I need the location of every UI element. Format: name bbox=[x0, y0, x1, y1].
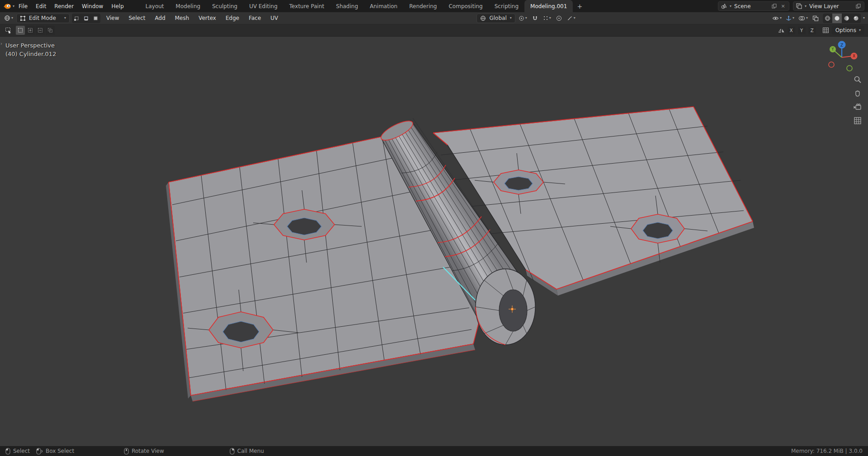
blender-logo-icon[interactable] bbox=[3, 2, 12, 11]
tab-compositing[interactable]: Compositing bbox=[443, 0, 488, 12]
solid-sphere-icon bbox=[834, 15, 840, 21]
tab-scripting[interactable]: Scripting bbox=[489, 0, 524, 12]
shading-settings-chevron-icon[interactable]: ▾ bbox=[863, 16, 865, 20]
shading-solid-button[interactable] bbox=[832, 14, 842, 23]
shading-rendered-button[interactable] bbox=[851, 14, 861, 23]
new-view-layer-icon[interactable] bbox=[855, 3, 861, 9]
menu-render[interactable]: Render bbox=[50, 1, 78, 11]
vertex-select-icon bbox=[74, 15, 80, 21]
menu-mesh[interactable]: Mesh bbox=[171, 13, 193, 23]
chevron-down-icon: ▾ bbox=[806, 16, 808, 20]
overlays-icon bbox=[798, 15, 805, 21]
menu-vertex[interactable]: Vertex bbox=[195, 13, 220, 23]
shading-material-button[interactable] bbox=[842, 14, 851, 23]
menu-face[interactable]: Face bbox=[245, 13, 264, 23]
scene-name[interactable]: Scene bbox=[734, 3, 768, 9]
tool-options-dropdown[interactable]: Options ▾ bbox=[832, 26, 864, 35]
proportional-falloff-button[interactable]: ▾ bbox=[566, 14, 576, 23]
mirror-z-button[interactable]: Z bbox=[808, 27, 816, 34]
select-subtract-button[interactable] bbox=[36, 26, 45, 35]
view-layer-name[interactable]: View Layer bbox=[809, 3, 852, 9]
tab-animation[interactable]: Animation bbox=[364, 0, 403, 12]
menu-uv[interactable]: UV bbox=[267, 13, 282, 23]
show-gizmo-button[interactable]: ▾ bbox=[785, 14, 795, 23]
viewport-canvas[interactable] bbox=[0, 37, 868, 446]
menu-edit[interactable]: Edit bbox=[32, 1, 50, 11]
menu-help[interactable]: Help bbox=[107, 1, 127, 11]
shading-wireframe-button[interactable] bbox=[823, 14, 832, 23]
gizmo-axis-y[interactable]: Y bbox=[830, 46, 836, 52]
tab-modeling[interactable]: Modeling bbox=[170, 0, 207, 12]
tab-layout[interactable]: Layout bbox=[140, 0, 170, 12]
tab-shading[interactable]: Shading bbox=[330, 0, 364, 12]
select-set-button[interactable] bbox=[16, 26, 25, 35]
new-scene-icon[interactable] bbox=[771, 3, 777, 9]
tab-texture-paint[interactable]: Texture Paint bbox=[283, 0, 330, 12]
edge-select-button[interactable] bbox=[81, 14, 91, 23]
gizmo-axis-y-negative[interactable] bbox=[847, 66, 852, 71]
menu-file[interactable]: File bbox=[14, 1, 32, 11]
gizmo-axis-z[interactable]: Z bbox=[838, 41, 846, 49]
menu-add[interactable]: Add bbox=[151, 13, 169, 23]
menu-view[interactable]: View bbox=[103, 13, 123, 23]
chevron-down-icon[interactable]: ▾ bbox=[805, 5, 807, 8]
mirror-y-button[interactable]: Y bbox=[798, 27, 806, 34]
zoom-icon[interactable] bbox=[854, 75, 862, 84]
transform-orientation-selector[interactable]: Global ▾ bbox=[476, 14, 515, 23]
chevron-down-icon: ▾ bbox=[525, 16, 527, 20]
statusbar: Select Box Select Rotate View Call Menu … bbox=[0, 446, 868, 456]
edge-select-icon bbox=[83, 15, 89, 21]
select-mode-group bbox=[72, 14, 100, 23]
proportional-editing-button[interactable] bbox=[554, 14, 564, 23]
gizmo-axis-x[interactable]: X bbox=[851, 53, 858, 60]
tab-uv-editing[interactable]: UV Editing bbox=[243, 0, 283, 12]
pan-hand-icon[interactable] bbox=[854, 89, 862, 98]
tab-modeling-001[interactable]: Modeling.001 bbox=[524, 0, 573, 12]
face-select-icon bbox=[93, 15, 99, 21]
mouse-right-icon bbox=[230, 448, 235, 455]
hint-call-menu: Call Menu bbox=[230, 448, 264, 455]
menu-select[interactable]: Select bbox=[125, 13, 149, 23]
xray-icon bbox=[812, 15, 819, 21]
scene-selector[interactable]: ▾ Scene × bbox=[718, 1, 789, 11]
gizmo-axis-x-negative[interactable] bbox=[829, 62, 834, 67]
menu-window[interactable]: Window bbox=[78, 1, 107, 11]
pivot-point-icon bbox=[519, 15, 524, 21]
view-layer-selector[interactable]: ▾ View Layer bbox=[793, 1, 864, 11]
svg-text:Z: Z bbox=[840, 43, 843, 47]
workspace-tabs: Layout Modeling Sculpting UV Editing Tex… bbox=[140, 0, 586, 12]
vertex-select-button[interactable] bbox=[72, 14, 81, 23]
orthographic-grid-icon[interactable] bbox=[854, 117, 862, 125]
tab-rendering[interactable]: Rendering bbox=[403, 0, 443, 12]
select-intersect-button[interactable] bbox=[46, 26, 55, 35]
pivot-point-button[interactable]: ▾ bbox=[518, 14, 528, 23]
snap-toggle-button[interactable] bbox=[530, 14, 540, 23]
editor-type-button[interactable]: ▾ bbox=[3, 14, 14, 23]
toolbar-expand-arrow[interactable]: › bbox=[0, 41, 2, 46]
unlink-scene-icon[interactable]: × bbox=[780, 3, 786, 9]
hint-label: Rotate View bbox=[132, 448, 164, 454]
chevron-down-icon: ▾ bbox=[549, 16, 551, 20]
tab-sculpting[interactable]: Sculpting bbox=[206, 0, 243, 12]
snap-base-icon[interactable] bbox=[822, 27, 829, 33]
chevron-down-icon[interactable]: ▾ bbox=[730, 5, 731, 8]
camera-view-icon[interactable] bbox=[853, 103, 862, 111]
select-extend-button[interactable] bbox=[26, 26, 35, 35]
xray-toggle-button[interactable] bbox=[811, 14, 821, 23]
copy-icon bbox=[772, 4, 777, 9]
mouse-middle-icon bbox=[124, 448, 129, 455]
select-intersect-icon bbox=[47, 28, 53, 33]
mirror-x-button[interactable]: X bbox=[788, 27, 795, 34]
show-overlays-button[interactable]: ▾ bbox=[797, 14, 809, 23]
mode-selector[interactable]: Edit Mode ▾ bbox=[16, 14, 70, 23]
add-workspace-button[interactable]: + bbox=[573, 0, 586, 12]
hint-label: Call Menu bbox=[237, 448, 264, 454]
face-select-button[interactable] bbox=[91, 14, 100, 23]
snap-grid-icon bbox=[543, 15, 548, 21]
snap-settings-button[interactable]: ▾ bbox=[542, 14, 552, 23]
active-tool-button[interactable] bbox=[4, 26, 13, 35]
object-visibility-button[interactable]: ▾ bbox=[771, 14, 783, 23]
viewport-3d[interactable]: › User Perspective (40) Cylinder.012 Z Y… bbox=[0, 37, 868, 446]
navigation-gizmo[interactable]: Z Y X bbox=[823, 38, 861, 76]
menu-edge[interactable]: Edge bbox=[222, 13, 243, 23]
